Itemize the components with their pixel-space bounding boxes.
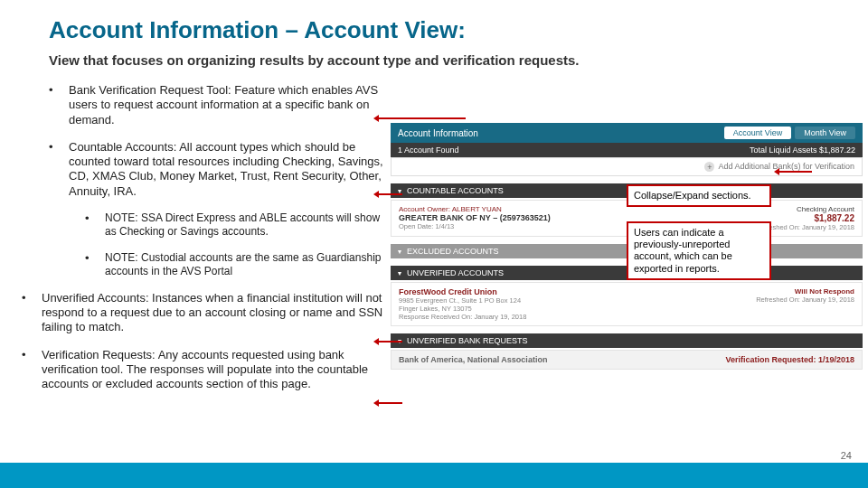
add-bank-row[interactable]: + Add Additional Bank(s) for Verificatio…	[391, 157, 863, 176]
unverified-city: Finger Lakes, NY 13075	[399, 305, 526, 313]
page-number: 24	[841, 450, 852, 461]
arrow-icon	[375, 402, 402, 404]
unverified-account-card[interactable]: ForestWood Credit Union 9985 Evergreen C…	[391, 282, 863, 326]
unverified-addr: 9985 Evergreen Ct., Suite 1 PO Box 124	[399, 296, 526, 305]
arrow-icon	[375, 193, 402, 195]
bullet-bank-verification: •Bank Verification Request Tool: Feature…	[49, 83, 383, 127]
request-status: Verification Requested: 1/19/2018	[725, 355, 854, 364]
bullet-countable: •Countable Accounts: All account types w…	[49, 140, 383, 199]
callout-unreported-account: Users can indicate a previously-unreport…	[627, 221, 771, 280]
accounts-found: 1 Account Found	[398, 145, 459, 155]
account-owner: Account Owner: ALBERT YUAN	[399, 205, 551, 213]
arrow-icon	[776, 171, 812, 173]
unverified-status: Will Not Respond	[756, 287, 854, 296]
callout-collapse-expand: Collapse/Expand sections.	[627, 184, 771, 207]
arrow-icon	[375, 117, 466, 119]
chevron-down-icon: ▾	[398, 269, 401, 277]
bullet-verification-requests: •Verification Requests: Any accounts req…	[22, 348, 383, 392]
unverified-bank: ForestWood Credit Union	[399, 287, 526, 296]
arrow-icon	[375, 341, 402, 343]
plus-icon: +	[704, 162, 714, 172]
bullet-unverified: •Unverified Accounts: Instances when a f…	[22, 291, 383, 335]
countable-bank: GREATER BANK OF NY – (2597363521)	[399, 213, 551, 222]
slide-title: Account Information – Account View:	[49, 16, 466, 44]
summary-bar: 1 Account Found Total Liquid Assets $1,8…	[391, 143, 863, 157]
footer-bar	[0, 463, 868, 488]
unverified-date: Response Received On: January 19, 2018	[399, 313, 526, 321]
verification-request-card[interactable]: Bank of America, National Association Ve…	[391, 350, 863, 370]
request-bank: Bank of America, National Association	[399, 355, 547, 364]
open-date: Open Date: 1/4/13	[399, 222, 551, 230]
chevron-down-icon: ▾	[398, 248, 401, 256]
shot-header: Account Information Account View Month V…	[391, 123, 863, 143]
section-requests[interactable]: ▾ UNVERIFIED BANK REQUESTS	[391, 333, 863, 348]
bullet-list: •Bank Verification Request Tool: Feature…	[49, 83, 383, 404]
shot-header-title: Account Information	[398, 128, 478, 138]
unverified-ref: Refreshed On: January 19, 2018	[756, 296, 854, 304]
bullet-note-ssa: •NOTE: SSA Direct Express and ABLE accou…	[85, 211, 383, 239]
bullet-note-custodial: •NOTE: Custodial accounts are the same a…	[85, 251, 383, 278]
tab-month-view[interactable]: Month View	[795, 127, 855, 139]
slide-subtitle: View that focuses on organizing results …	[49, 52, 580, 68]
total-liquid-assets: Total Liquid Assets $1,887.22	[750, 145, 855, 155]
tab-account-view[interactable]: Account View	[724, 127, 791, 139]
